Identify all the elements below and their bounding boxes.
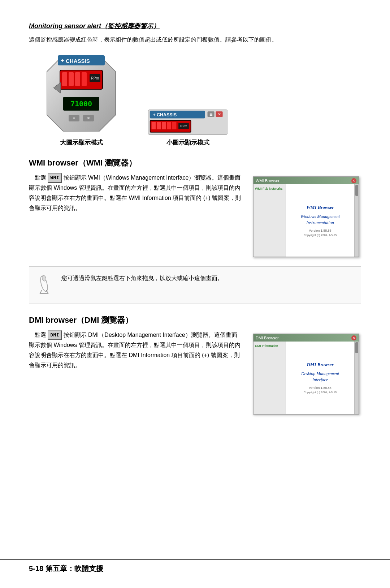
dmi-description: 點選 DMI 按鈕顯示 DMI（Desktop Management Inter… [29,330,242,370]
svg-line-36 [40,290,42,293]
wmi-version: Version 1.88.88 [309,229,332,232]
dmi-browser-body: DMI Information DMI Browser Desktop Mana… [254,342,359,414]
sensor-images-row: + CHASSIS RPm [43,52,361,147]
svg-text:✕: ✕ [87,116,90,121]
svg-point-39 [42,275,47,282]
wmi-browser-body: WMI Fab Networks WMI Browser Windows Man… [254,184,359,257]
chassis-large-gauge: + CHASSIS RPm [43,52,119,135]
svg-text:CHASSIS: CHASSIS [66,58,90,64]
note-box: 您可透過滑鼠左鍵點選右下角來拖曳，以放大或縮小這個畫面。 [29,266,361,304]
svg-text:≡: ≡ [73,116,75,120]
svg-text:+: + [61,57,64,64]
svg-text:✕: ✕ [218,112,221,116]
page-footer: 5-18 第五章：軟體支援 [0,559,390,577]
svg-text:RPm: RPm [180,125,187,128]
dmi-close-btn[interactable]: ✕ [351,335,356,340]
large-mode-label: 大圖示顯示模式 [60,138,103,147]
svg-rect-29 [157,122,161,129]
svg-rect-9 [82,72,87,86]
wmi-scrollbar[interactable] [354,184,359,257]
wmi-scrollbar-thumb [355,185,358,196]
wmi-text-column: 點選 WMI 按鈕顯示 WMI（Windows Management Inter… [29,173,242,219]
wmi-copyright: Copyright (c) 2004, ASUS [304,233,337,237]
wmi-left-item[interactable]: WMI Fab Networks [255,186,284,191]
wmi-titlebar-text: WMI Browser [256,179,280,183]
wmi-browser-window: WMI Browser ✕ WMI Fab Networks WMI Brows… [253,176,359,257]
monitoring-section: Monitoring sensor alert（監控感應器警示） 這個監控感應器… [29,22,361,147]
dmi-section: DMI browser（DMI 瀏覽器） 點選 DMI 按鈕顯示 DMI（Des… [29,315,361,415]
small-gauge-block: + CHASSIS ☰ ✕ RP [148,110,228,147]
footer-text: 5-18 第五章：軟體支援 [29,564,103,574]
dmi-heading: DMI browser（DMI 瀏覽器） [29,315,361,326]
wmi-button-label: WMI [48,173,62,183]
dmi-browser-window: DMI Browser ✕ DMI Information DMI Browse… [253,334,359,415]
wmi-titlebar: WMI Browser ✕ [254,177,359,184]
dmi-copyright: Copyright (c) 2004, ASUS [304,391,337,394]
monitoring-title: Monitoring sensor alert（監控感應器警示） [29,22,361,30]
dmi-screenshot: DMI Browser ✕ DMI Information DMI Browse… [253,334,361,415]
wmi-right-panel: WMI Browser Windows ManagementInstrument… [286,184,354,257]
dmi-scrollbar[interactable] [354,342,359,414]
chassis-small-gauge: + CHASSIS ☰ ✕ RP [148,110,228,135]
note-text: 您可透過滑鼠左鍵點選右下角來拖曳，以放大或縮小這個畫面。 [61,273,223,283]
svg-text:RPm: RPm [91,76,99,80]
svg-text:+ CHASSIS: + CHASSIS [153,112,177,117]
wmi-section: WMI browser（WMI 瀏覽器） 點選 WMI 按鈕顯示 WMI（Win… [29,158,361,257]
svg-rect-31 [167,122,171,129]
wmi-close-btn[interactable]: ✕ [351,178,356,183]
large-gauge-block: + CHASSIS RPm [43,52,119,147]
wmi-right-title: WMI Browser [306,204,334,211]
wmi-heading: WMI browser（WMI 瀏覽器） [29,158,361,168]
wmi-description: 點選 WMI 按鈕顯示 WMI（Windows Management Inter… [29,173,242,213]
svg-rect-7 [69,72,74,86]
svg-text:71000: 71000 [70,99,92,108]
dmi-scrollbar-thumb [355,342,358,353]
dmi-right-subtitle: Desktop ManagementInterface [301,371,339,383]
dmi-button-label: DMI [48,330,62,340]
wmi-two-column: 點選 WMI 按鈕顯示 WMI（Windows Management Inter… [29,173,361,257]
svg-rect-28 [152,122,156,129]
wmi-screenshot: WMI Browser ✕ WMI Fab Networks WMI Brows… [253,176,361,257]
dmi-titlebar: DMI Browser ✕ [254,334,359,342]
dmi-titlebar-text: DMI Browser [256,336,279,340]
svg-rect-6 [62,72,67,86]
dmi-left-item[interactable]: DMI Information [255,344,284,348]
note-icon [36,274,54,297]
wmi-left-panel: WMI Fab Networks [254,184,286,257]
svg-text:☰: ☰ [209,112,213,116]
svg-rect-30 [162,122,166,129]
dmi-left-panel: DMI Information [254,342,286,414]
wmi-click-text: 點選 [29,175,48,181]
small-mode-label: 小圖示顯示模式 [166,138,209,147]
page-content: Monitoring sensor alert（監控感應器警示） 這個監控感應器… [0,0,390,443]
svg-rect-8 [75,72,80,86]
dmi-click-text: 點選 [29,332,48,338]
monitoring-desc: 這個監控感應器變成紅色時，表示組件的數值超出或低於所設定的門檻數值。請參考以下的… [29,35,361,44]
dmi-right-panel: DMI Browser Desktop ManagementInterface … [286,342,354,414]
wmi-right-subtitle: Windows ManagementInstrumentation [300,214,340,226]
dmi-right-title: DMI Browser [307,361,333,368]
dmi-version: Version 1.88.88 [309,386,332,390]
svg-marker-0 [47,55,116,131]
svg-rect-32 [172,122,176,129]
dmi-two-column: 點選 DMI 按鈕顯示 DMI（Desktop Management Inter… [29,330,361,415]
dmi-text-column: 點選 DMI 按鈕顯示 DMI（Desktop Management Inter… [29,330,242,376]
